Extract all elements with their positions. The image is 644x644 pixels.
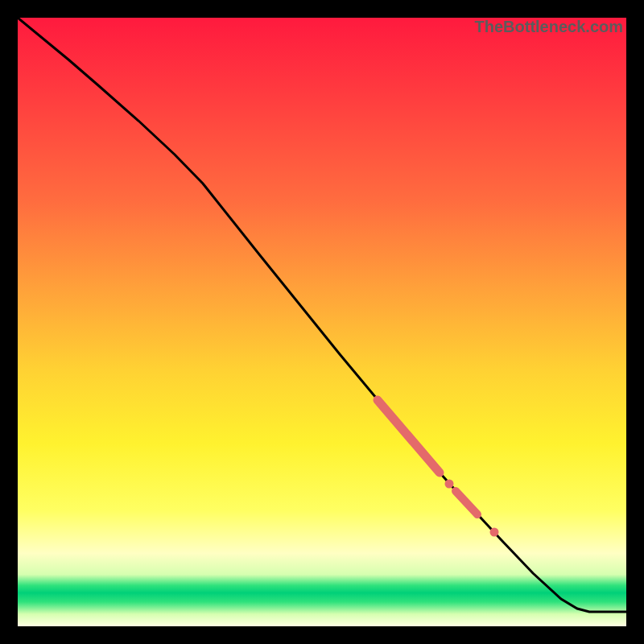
highlight-segment bbox=[456, 491, 477, 514]
highlight-group bbox=[378, 400, 499, 537]
highlight-dot bbox=[490, 528, 499, 537]
plot-area: TheBottleneck.com bbox=[18, 18, 626, 626]
bottleneck-curve bbox=[18, 18, 626, 612]
chart-overlay-svg bbox=[18, 18, 626, 626]
highlight-segment bbox=[378, 400, 440, 473]
highlight-dot bbox=[445, 480, 454, 489]
chart-root: TheBottleneck.com bbox=[0, 0, 644, 644]
